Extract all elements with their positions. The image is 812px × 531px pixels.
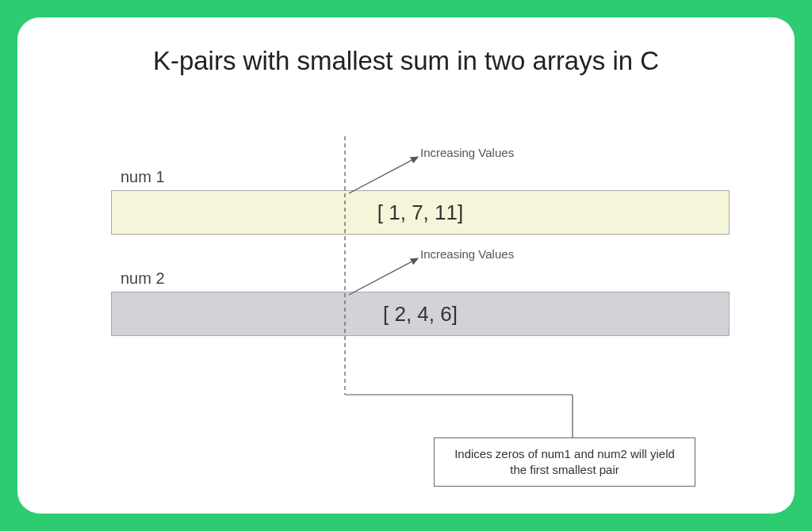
array2-box: [ 2, 4, 6]: [111, 292, 730, 336]
page-title: K-pairs with smallest sum in two arrays …: [17, 46, 795, 76]
increasing-label-2: Increasing Values: [420, 247, 514, 261]
array1-box: [ 1, 7, 11]: [111, 190, 730, 235]
array1-content: [ 1, 7, 11]: [377, 201, 463, 225]
caption-text: Indices zeros of num1 and num2 will yiel…: [447, 446, 682, 479]
outer-frame: K-pairs with smallest sum in two arrays …: [0, 0, 812, 531]
array1-label: num 1: [121, 168, 165, 186]
increasing-label-1: Increasing Values: [420, 146, 514, 159]
array2-label: num 2: [121, 269, 165, 288]
array2-content: [ 2, 4, 6]: [383, 302, 458, 327]
arrow-increasing-2: [349, 258, 418, 295]
arrow-increasing-1: [349, 157, 418, 193]
caption-box: Indices zeros of num1 and num2 will yiel…: [434, 437, 695, 487]
inner-card: K-pairs with smallest sum in two arrays …: [17, 17, 795, 514]
